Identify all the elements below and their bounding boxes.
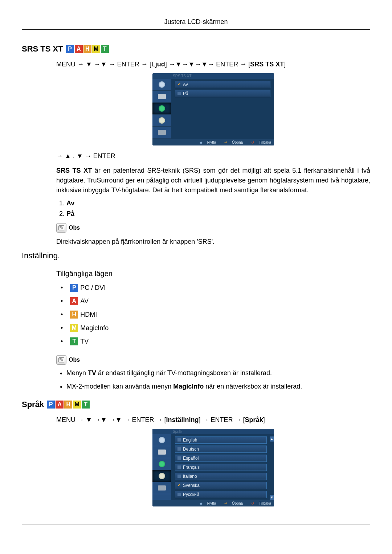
mode-row-tv: TTV [61,335,370,348]
mode-h-icon: H [70,311,78,319]
srs-obs-label: Obs [69,225,80,231]
path-menu: MENU [56,416,75,423]
mode-p-icon: P [47,401,55,409]
osd-footer: ◆Flytta ↵Öppna ↺Tillbaka [152,500,274,506]
mode-h-icon: H [83,45,91,53]
mode-t-icon: T [101,45,109,53]
enum-pa: På [66,210,74,217]
mode-row-hdmi: HHDMI [61,308,370,321]
osd-side-3[interactable] [152,458,171,470]
multi-icon [158,130,166,135]
osd-side-4[interactable] [152,470,171,482]
osd-side-5[interactable] [152,127,171,139]
srs-title: SRS TS XT [22,44,63,54]
sprak-osd-title: Språk [152,429,274,434]
osd-side-4[interactable] [152,115,171,127]
install-sub: Tillgängliga lägen [56,270,370,278]
square-icon [177,438,181,442]
setup-icon [159,473,165,479]
osd-side-2[interactable] [152,446,171,458]
input-icon [158,94,166,99]
mode-label-hdmi: HDMI [80,308,97,321]
sound-icon [159,105,165,112]
mode-m-icon: M [73,401,81,409]
square-icon [177,447,181,451]
srs-desc-prefix: SRS TS XT [56,167,92,174]
sprak-osd: Språk English Deutsch Español Français I… [152,429,274,506]
path-group: Inställning [166,416,199,423]
mode-row-av: AAV [61,295,370,307]
srs-modes: P A H M T [66,45,110,53]
install-note-2: MX-2-modellen kan använda menyn MagicInf… [66,380,370,393]
osd-opt-av-label: Av [183,82,188,87]
srs-obs-text: Direktvalsknappen på fjärrkontrollen är … [56,237,370,247]
footer-flytta: Flytta [207,501,216,505]
scroll-up-icon[interactable]: ▲ [270,436,274,442]
square-icon [177,92,181,95]
square-icon [177,465,181,469]
osd-side-1[interactable] [152,79,171,91]
page-header: Justera LCD-skärmen [22,18,370,30]
srs-desc: SRS TS XT är en patenterad SRS-teknik (S… [56,166,370,195]
square-icon [177,456,181,460]
scroll-down-icon[interactable]: ▼ [270,495,274,500]
osd-side-5[interactable] [152,482,171,494]
lang-espanol[interactable]: Español [175,455,267,462]
install-obs-row: Obs [56,355,370,365]
sprak-menu-path: MENU → ▼ →▼ →▼ → ENTER → [Inställning] →… [56,415,370,425]
osd-opt-av[interactable]: ✔ Av [175,81,270,88]
osd-side-3[interactable] [152,103,171,115]
path-enter1: ENTER [117,61,139,68]
square-icon [177,475,181,478]
srs-menu-path: MENU → ▼ →▼ → ENTER → [Ljud] →▼→▼→▼→ ENT… [56,59,370,70]
mode-label-pc: PC / DVI [80,282,106,294]
osd-scrollbar[interactable]: ▲ ▼ [270,436,274,500]
osd-sidebar [152,79,171,139]
enum-av: Av [66,200,74,207]
lang-italiano[interactable]: Italiano [175,473,267,480]
osd-sidebar [152,434,171,500]
sound-icon [159,461,165,467]
osd-side-1[interactable] [152,434,171,446]
note-icon [56,223,66,233]
osd-side-2[interactable] [152,91,171,103]
mode-m-icon: M [70,324,78,332]
picture-icon [159,437,165,443]
mode-row-magic: MMagicInfo [61,322,370,334]
lang-english[interactable]: English [175,436,267,444]
path-enter1: ENTER [132,416,154,423]
square-icon [177,493,181,496]
mode-label-av: AV [80,295,89,307]
path-enter2: ENTER [216,61,238,68]
mode-a-icon: A [56,401,64,409]
srs-osd-title: SRS TS XT [152,73,274,79]
mode-label-tv: TV [80,335,89,348]
footer-tillbaka: Tillbaka [259,501,271,505]
mode-p-icon: P [66,45,74,53]
mode-a-icon: A [75,45,83,53]
osd-footer: ◆Flytta ↵Öppna ↺Tillbaka [152,139,274,145]
srs-desc-body: är en patenterad SRS-teknik (SRS) som gö… [56,167,370,194]
mode-t-icon: T [82,401,90,409]
path-menu: MENU [56,61,75,68]
srs-obs-row: Obs [56,223,370,233]
osd-opt-pa-label: På [183,91,188,96]
mode-a-icon: A [70,297,78,305]
mode-h-icon: H [64,401,72,409]
lang-svenska[interactable]: ✔Svenska [175,482,267,489]
sprak-modes: P A H M T [47,401,90,409]
lang-russkij[interactable]: Русский [175,491,267,498]
lang-deutsch[interactable]: Deutsch [175,446,267,453]
install-title: Inställning. [22,251,370,260]
lang-francais[interactable]: Français [175,464,267,471]
srs-title-row: SRS TS XT P A H M T [22,44,370,54]
check-icon: ✔ [177,483,181,488]
path-target: Språk [245,416,263,423]
footer-tillbaka: Tillbaka [259,140,271,144]
setup-icon [159,117,165,124]
osd-opt-pa[interactable]: På [175,90,270,97]
srs-osd: SRS TS XT ✔ Av På [152,73,274,145]
srs-enum: Av På [56,200,370,218]
install-note-1: Menyn TV är endast tillgänglig när TV-mo… [66,367,370,379]
path-group: Ljud [151,61,165,68]
